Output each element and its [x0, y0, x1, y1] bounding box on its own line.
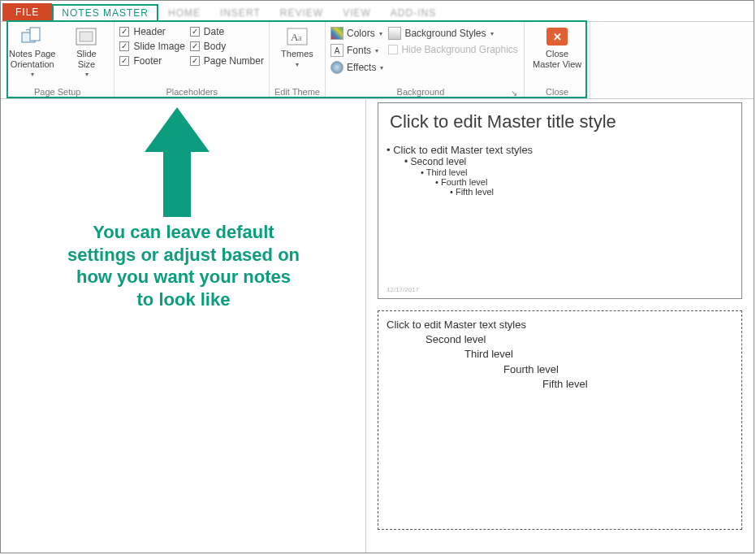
effects-icon: [330, 61, 343, 74]
checkbox-header[interactable]: Header: [119, 26, 184, 37]
slide-size-button[interactable]: SlideSize ▾: [63, 24, 109, 80]
checkbox-slide-image-label: Slide Image: [133, 41, 184, 52]
notes-level-4: Fourth level: [503, 362, 733, 377]
annotation-arrow-icon: [140, 107, 214, 221]
checkbox-slide-image[interactable]: Slide Image: [119, 41, 184, 52]
group-close: ✕ CloseMaster View Close: [525, 22, 590, 98]
themes-button[interactable]: Aa Themes ▾: [274, 24, 320, 70]
notes-level-3: Third level: [464, 347, 733, 362]
dialog-launcher-background[interactable]: ↘: [511, 89, 519, 98]
fonts-button[interactable]: A Fonts▾: [330, 43, 383, 58]
group-label-close: Close: [546, 86, 568, 98]
themes-icon: Aa: [285, 26, 309, 47]
notes-page-orientation-label: Notes PageOrientation: [9, 49, 55, 69]
chevron-down-icon: ▾: [296, 61, 299, 68]
notes-level-5: Fifth level: [542, 377, 733, 392]
fonts-icon: A: [330, 44, 343, 57]
hide-background-checkbox[interactable]: Hide Background Graphics: [388, 43, 517, 56]
themes-label: Themes: [281, 49, 313, 59]
bullet-level-2: Second level: [404, 156, 733, 167]
right-pane: Click to edit Master title style Click t…: [366, 99, 754, 553]
close-master-view-label: CloseMaster View: [533, 49, 581, 69]
tabs-row: FILE NOTES MASTER HOME INSERT REVIEW VIE…: [1, 1, 754, 22]
effects-button[interactable]: Effects▾: [330, 60, 383, 75]
svg-rect-3: [80, 32, 93, 41]
notes-level-2: Second level: [426, 332, 733, 347]
check-icon: [190, 56, 200, 66]
chevron-down-icon: ▾: [85, 71, 89, 78]
bullet-level-4: Fourth level: [435, 177, 733, 187]
bullet-level-3: Third level: [421, 167, 733, 177]
checkbox-date-label: Date: [204, 26, 224, 37]
slide-preview[interactable]: Click to edit Master title style Click t…: [378, 102, 742, 299]
background-styles-button[interactable]: Background Styles▾: [388, 26, 517, 41]
group-label-background: Background: [330, 86, 511, 98]
chevron-down-icon: ▾: [379, 30, 382, 37]
background-styles-icon: [388, 27, 401, 40]
group-page-setup: Notes PageOrientation ▾ SlideSize ▾ Page…: [1, 22, 114, 98]
group-label-placeholders: Placeholders: [166, 86, 218, 98]
hide-background-label: Hide Background Graphics: [401, 44, 517, 55]
colors-label: Colors: [347, 28, 375, 39]
checkbox-page-number-label: Page Number: [204, 55, 264, 67]
check-icon: [119, 56, 129, 66]
notes-level-1: Click to edit Master text styles: [387, 318, 733, 332]
check-icon: [190, 41, 200, 51]
workspace: You can leave default settings or adjust…: [1, 99, 754, 553]
checkbox-body[interactable]: Body: [190, 41, 264, 52]
tab-view[interactable]: VIEW: [333, 4, 381, 21]
fonts-label: Fonts: [347, 45, 371, 56]
annotation-text: You can leave default settings or adjust…: [66, 221, 301, 310]
bullet-level-5: Fifth level: [450, 187, 733, 197]
tab-addins[interactable]: ADD-INS: [381, 4, 446, 21]
colors-button[interactable]: Colors▾: [330, 26, 383, 41]
group-background: Colors▾ A Fonts▾ Effects▾ Background Sty…: [326, 22, 525, 98]
group-placeholders: Header Slide Image Footer Date Body Page…: [114, 22, 269, 98]
svg-rect-1: [30, 28, 40, 41]
chevron-down-icon: ▾: [490, 30, 494, 37]
slide-date-placeholder: 12/17/2017: [387, 286, 419, 293]
bullet-level-1: Click to edit Master text styles: [387, 144, 733, 156]
background-styles-label: Background Styles: [404, 28, 486, 39]
group-label-page-setup: Page Setup: [34, 86, 81, 98]
check-icon: [119, 27, 129, 37]
check-icon: [190, 27, 200, 37]
check-icon: [119, 41, 129, 51]
close-master-view-button[interactable]: ✕ CloseMaster View: [529, 24, 585, 71]
chevron-down-icon: ▾: [380, 64, 383, 72]
left-pane: You can leave default settings or adjust…: [1, 99, 366, 553]
slide-text-placeholder[interactable]: Click to edit Master text styles Second …: [387, 144, 733, 197]
tab-file[interactable]: FILE: [2, 3, 52, 21]
notes-page-orientation-button[interactable]: Notes PageOrientation ▾: [6, 24, 58, 80]
group-edit-theme: Aa Themes ▾ Edit Theme: [270, 22, 326, 98]
slide-size-icon: [74, 26, 98, 47]
slide-title-placeholder[interactable]: Click to edit Master title style: [390, 111, 733, 132]
effects-label: Effects: [347, 62, 376, 73]
checkbox-header-label: Header: [133, 26, 165, 37]
ribbon: Notes PageOrientation ▾ SlideSize ▾ Page…: [1, 22, 754, 99]
orientation-icon: [20, 26, 45, 47]
group-label-edit-theme: Edit Theme: [274, 86, 320, 98]
tab-home[interactable]: HOME: [158, 4, 210, 21]
checkbox-footer-label: Footer: [133, 55, 162, 67]
chevron-down-icon: ▾: [375, 47, 378, 54]
close-icon: ✕: [546, 28, 568, 46]
checkbox-date[interactable]: Date: [190, 26, 264, 37]
svg-text:a: a: [298, 33, 302, 42]
tab-insert[interactable]: INSERT: [210, 4, 270, 21]
checkbox-page-number[interactable]: Page Number: [190, 55, 264, 67]
checkbox-footer[interactable]: Footer: [119, 55, 184, 67]
tab-notes-master[interactable]: NOTES MASTER: [52, 4, 158, 22]
check-icon: [388, 45, 398, 54]
tab-review[interactable]: REVIEW: [270, 4, 333, 21]
slide-size-label: SlideSize: [76, 49, 96, 69]
notes-text-placeholder[interactable]: Click to edit Master text styles Second …: [378, 310, 742, 530]
colors-icon: [330, 27, 343, 40]
chevron-down-icon: ▾: [31, 71, 34, 78]
checkbox-body-label: Body: [204, 41, 226, 52]
